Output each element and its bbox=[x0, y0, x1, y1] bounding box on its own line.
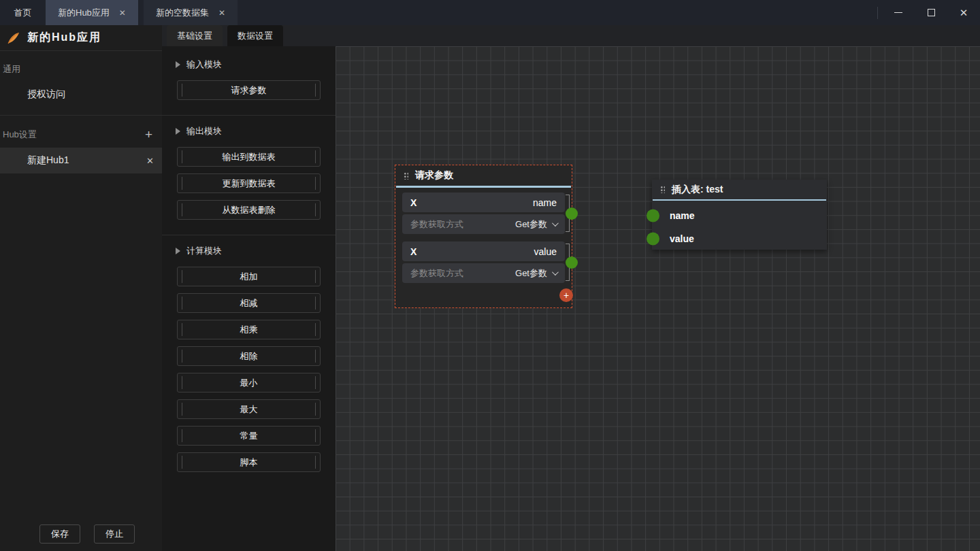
group-output-title: 输出模块 bbox=[186, 125, 222, 137]
app-title: 新的Hub应用 bbox=[27, 31, 101, 45]
maximize-button[interactable] bbox=[915, 0, 947, 25]
hub1-close-icon[interactable]: ✕ bbox=[146, 156, 154, 166]
tab-home[interactable]: 首页 bbox=[0, 0, 46, 25]
chevron-down-icon bbox=[552, 220, 559, 227]
group-calc-title: 计算模块 bbox=[186, 245, 222, 257]
chevron-down-icon bbox=[552, 269, 559, 276]
tab-home-label: 首页 bbox=[14, 7, 32, 19]
module-button-request-params[interactable]: 请求参数 bbox=[177, 80, 321, 100]
param-method-select[interactable]: Get参数 bbox=[515, 267, 557, 280]
module-button-add[interactable]: 相加 bbox=[177, 267, 321, 286]
collapse-triangle-icon bbox=[176, 128, 180, 135]
module-button-script[interactable]: 脚本 bbox=[177, 452, 321, 472]
param-method-selected-value: Get参数 bbox=[515, 218, 547, 231]
param-name-row[interactable]: X name bbox=[402, 193, 565, 212]
tab-data-settings[interactable]: 数据设置 bbox=[227, 25, 283, 46]
add-param-button[interactable]: + bbox=[559, 288, 573, 302]
hub1-label: 新建Hub1 bbox=[27, 154, 69, 167]
insert-input-value-label: value bbox=[670, 233, 694, 244]
node-request-body: X name 参数获取方式 Get参数 bbox=[395, 188, 572, 283]
param-group-name: X name 参数获取方式 Get参数 bbox=[402, 193, 565, 234]
tab-hub-app-label: 新的Hub应用 bbox=[58, 7, 110, 19]
param-name-row[interactable]: X value bbox=[402, 241, 565, 261]
node-request-header[interactable]: 请求参数 bbox=[395, 165, 572, 186]
minimize-icon bbox=[894, 12, 902, 13]
tab-empty-dataset-label: 新的空数据集 bbox=[156, 7, 209, 19]
module-button-delete-from-table[interactable]: 从数据表删除 bbox=[177, 200, 321, 220]
param-method-selected-value: Get参数 bbox=[515, 267, 547, 280]
input-port-name[interactable] bbox=[647, 210, 659, 222]
node-insert-table[interactable]: 插入表: test name value bbox=[652, 180, 827, 250]
section-label-hub-settings: Hub设置 + bbox=[0, 116, 162, 148]
tab-hub-app[interactable]: 新的Hub应用 ✕ bbox=[46, 0, 138, 25]
group-input-title: 输入模块 bbox=[186, 59, 222, 71]
insert-input-row-name[interactable]: name bbox=[652, 204, 827, 227]
module-button-subtract[interactable]: 相减 bbox=[177, 293, 321, 313]
tab-empty-dataset[interactable]: 新的空数据集 ✕ bbox=[144, 0, 238, 25]
close-button[interactable]: ✕ bbox=[947, 0, 980, 25]
module-button-multiply[interactable]: 相乘 bbox=[177, 320, 321, 339]
sidebar: 新的Hub应用 通用 授权访问 Hub设置 + 新建Hub1 ✕ 保存 停止 bbox=[0, 25, 162, 551]
param-method-row[interactable]: 参数获取方式 Get参数 bbox=[402, 263, 565, 283]
save-button[interactable]: 保存 bbox=[39, 524, 80, 544]
module-button-constant[interactable]: 常量 bbox=[177, 426, 321, 446]
module-button-min[interactable]: 最小 bbox=[177, 373, 321, 393]
param-name-value: name bbox=[533, 197, 557, 208]
output-port-name[interactable] bbox=[566, 207, 578, 220]
param-key-label: X bbox=[410, 197, 416, 208]
node-insert-header[interactable]: 插入表: test bbox=[652, 180, 827, 199]
sidebar-item-auth-access[interactable]: 授权访问 bbox=[0, 82, 162, 107]
group-output-modules: 输出模块 输出到数据表 更新到数据表 从数据表删除 bbox=[162, 115, 336, 229]
section-general-text: 通用 bbox=[3, 63, 20, 76]
titlebar: 首页 新的Hub应用 ✕ 新的空数据集 ✕ ✕ bbox=[0, 0, 980, 25]
tab-basic-settings[interactable]: 基础设置 bbox=[167, 25, 223, 46]
module-button-update-to-table[interactable]: 更新到数据表 bbox=[177, 173, 321, 193]
module-button-output-to-table[interactable]: 输出到数据表 bbox=[177, 147, 321, 167]
sidebar-header: 新的Hub应用 bbox=[0, 25, 162, 51]
tab-data-settings-label: 数据设置 bbox=[238, 30, 273, 42]
group-output-header[interactable]: 输出模块 bbox=[176, 125, 336, 137]
group-calc-header[interactable]: 计算模块 bbox=[176, 245, 336, 257]
auth-access-label: 授权访问 bbox=[27, 88, 65, 101]
module-button-divide[interactable]: 相除 bbox=[177, 346, 321, 366]
add-hub-icon[interactable]: + bbox=[145, 128, 155, 141]
sidebar-item-hub1[interactable]: 新建Hub1 ✕ bbox=[0, 148, 162, 173]
param-method-placeholder: 参数获取方式 bbox=[410, 218, 463, 231]
minimize-button[interactable] bbox=[882, 0, 915, 25]
param-method-select[interactable]: Get参数 bbox=[515, 218, 557, 231]
input-port-value[interactable] bbox=[647, 233, 659, 246]
node-canvas[interactable]: 请求参数 X name 参数获取方式 Get参数 bbox=[336, 46, 980, 551]
drag-handle-icon[interactable] bbox=[660, 186, 665, 193]
node-request-params[interactable]: 请求参数 X name 参数获取方式 Get参数 bbox=[395, 165, 572, 308]
param-key-label: X bbox=[410, 246, 416, 257]
group-input-header[interactable]: 输入模块 bbox=[176, 59, 336, 71]
param-method-placeholder: 参数获取方式 bbox=[410, 267, 463, 280]
module-button-max[interactable]: 最大 bbox=[177, 399, 321, 419]
group-calc-modules: 计算模块 相加 相减 相乘 相除 最小 最大 常量 脚本 bbox=[162, 235, 336, 482]
drag-handle-icon[interactable] bbox=[404, 172, 408, 180]
collapse-triangle-icon bbox=[176, 248, 180, 254]
param-method-row[interactable]: 参数获取方式 Get参数 bbox=[402, 214, 565, 234]
collapse-triangle-icon bbox=[176, 61, 180, 68]
section-hub-text: Hub设置 bbox=[3, 129, 37, 141]
insert-input-row-value[interactable]: value bbox=[652, 227, 827, 250]
stop-button[interactable]: 停止 bbox=[94, 524, 135, 544]
param-group-value: X value 参数获取方式 Get参数 bbox=[402, 241, 565, 283]
workspace: 基础设置 数据设置 输入模块 请求参数 输出模 bbox=[162, 25, 980, 551]
node-request-title: 请求参数 bbox=[415, 169, 453, 182]
insert-input-name-label: name bbox=[670, 210, 695, 221]
output-port-value[interactable] bbox=[566, 256, 578, 269]
param-name-value: value bbox=[534, 246, 557, 257]
close-icon: ✕ bbox=[960, 7, 968, 18]
module-panel: 输入模块 请求参数 输出模块 输出到数据表 更新到数据表 从数据表删除 bbox=[162, 46, 336, 551]
section-label-general: 通用 bbox=[0, 51, 162, 82]
window-controls-divider bbox=[877, 7, 878, 19]
feather-icon bbox=[7, 31, 20, 45]
node-insert-title: 插入表: test bbox=[672, 184, 723, 196]
maximize-icon bbox=[928, 9, 935, 16]
tab-basic-settings-label: 基础设置 bbox=[177, 30, 212, 42]
tab-hub-app-close-icon[interactable]: ✕ bbox=[119, 9, 126, 17]
tab-empty-dataset-close-icon[interactable]: ✕ bbox=[218, 9, 225, 17]
group-input-modules: 输入模块 请求参数 bbox=[162, 49, 336, 110]
settings-tabbar: 基础设置 数据设置 bbox=[162, 25, 980, 46]
